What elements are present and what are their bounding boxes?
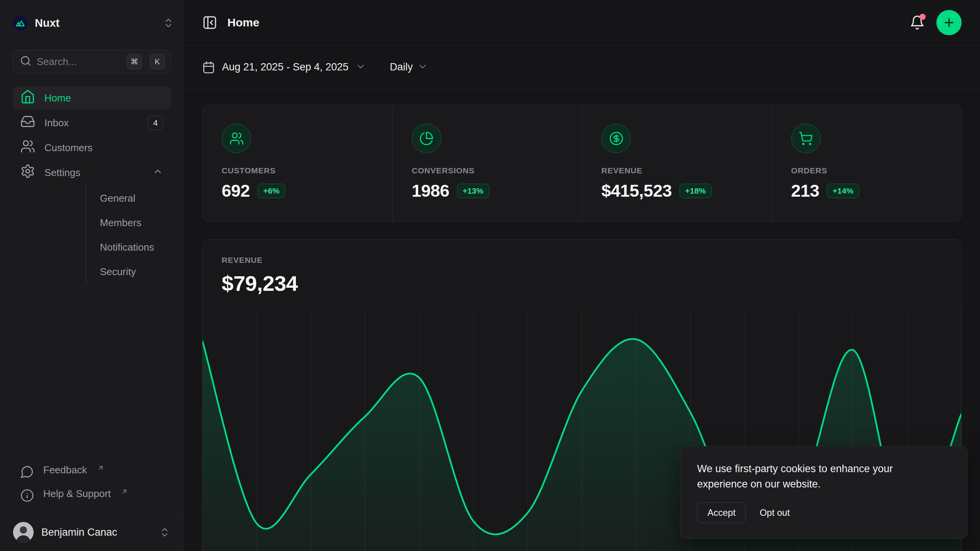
feedback-label: Feedback [43, 464, 87, 476]
stat-card-conversions[interactable]: CONVERSIONS 1986 +13% [392, 105, 582, 221]
workspace-selector[interactable]: Nuxt [13, 9, 174, 37]
stat-delta-badge: +18% [679, 184, 712, 198]
stat-label: REVENUE [601, 166, 753, 175]
stat-delta-badge: +14% [827, 184, 859, 198]
message-circle-icon [20, 464, 34, 481]
sidebar-nav: Home Inbox 4 Customers Settings [0, 86, 183, 285]
header-actions [908, 10, 962, 35]
chevrons-up-down-icon[interactable] [163, 17, 174, 29]
stat-label: CONVERSIONS [412, 166, 563, 175]
chevrons-up-down-icon [159, 527, 170, 538]
help-support-label: Help & Support [43, 488, 111, 500]
stat-card-revenue[interactable]: REVENUE $415,523 +18% [582, 105, 772, 221]
stat-card-orders[interactable]: ORDERS 213 +14% [772, 105, 962, 221]
sidebar-item-security[interactable]: Security [100, 259, 171, 284]
sidebar-item-customers[interactable]: Customers [13, 136, 171, 159]
arrow-up-right-icon [121, 486, 128, 494]
sidebar: Nuxt ⌘ K Home Inb [0, 0, 184, 551]
sidebar-collapse-icon[interactable] [202, 15, 217, 30]
stat-value: 1986 [412, 181, 449, 201]
help-support-link[interactable]: Help & Support [13, 484, 171, 508]
plus-icon [942, 16, 956, 29]
users-icon [222, 124, 251, 153]
subnav-label: Security [100, 266, 136, 278]
chevron-down-icon [417, 61, 428, 73]
sidebar-item-members[interactable]: Members [100, 210, 171, 235]
pie-chart-icon [412, 124, 441, 153]
notification-dot [920, 14, 926, 20]
cookie-message: We use first-party cookies to enhance yo… [697, 461, 923, 492]
sidebar-item-notifications[interactable]: Notifications [100, 235, 171, 259]
page-title: Home [227, 16, 259, 29]
home-icon [20, 89, 35, 107]
chevron-down-icon [355, 61, 366, 73]
filter-toolbar: Aug 21, 2025 - Sep 4, 2025 Daily [184, 45, 980, 90]
user-menu-button[interactable]: Benjamin Canac [9, 519, 174, 546]
sidebar-item-home[interactable]: Home [13, 86, 171, 109]
inbox-icon [20, 114, 35, 132]
period-value: Daily [390, 61, 413, 73]
gear-icon [20, 164, 35, 181]
period-select[interactable]: Daily [390, 61, 428, 73]
search-icon [20, 55, 31, 68]
stat-value: $415,523 [601, 181, 672, 201]
stat-card-customers[interactable]: CUSTOMERS 692 +6% [203, 105, 392, 221]
page-header: Home [184, 0, 980, 45]
cmd-key-badge: ⌘ [127, 54, 142, 69]
dollar-circle-icon [601, 124, 631, 153]
info-circle-icon [20, 488, 34, 505]
shopping-cart-icon [791, 124, 821, 153]
sidebar-item-inbox[interactable]: Inbox 4 [13, 111, 171, 134]
stat-value: 692 [222, 181, 250, 201]
k-key-badge: K [150, 54, 165, 69]
stat-label: CUSTOMERS [222, 166, 373, 175]
calendar-icon [202, 61, 215, 74]
sidebar-footer: Feedback Help & Support [0, 460, 183, 508]
sidebar-item-general[interactable]: General [100, 186, 171, 210]
accept-cookies-button[interactable]: Accept [697, 502, 746, 523]
subnav-label: Notifications [100, 241, 154, 253]
user-section: Benjamin Canac [0, 514, 183, 551]
revenue-chart-label: REVENUE [222, 256, 942, 265]
dashboard-app: Nuxt ⌘ K Home Inb [0, 0, 980, 551]
workspace-name: Nuxt [35, 17, 59, 29]
date-range-picker[interactable]: Aug 21, 2025 - Sep 4, 2025 [202, 61, 366, 74]
sidebar-item-settings[interactable]: Settings [13, 161, 171, 184]
main-area: Home Aug 21, 2025 - Sep 4, 2025 [184, 0, 980, 551]
users-icon [20, 139, 35, 156]
stat-label: ORDERS [791, 166, 942, 175]
sidebar-item-label: Settings [44, 167, 80, 179]
search-bar[interactable]: ⌘ K [13, 50, 171, 73]
arrow-up-right-icon [97, 463, 105, 470]
chevron-up-icon[interactable] [152, 166, 163, 179]
feedback-link[interactable]: Feedback [13, 460, 171, 484]
optout-cookies-button[interactable]: Opt out [760, 503, 790, 523]
nuxt-logo-icon [13, 15, 28, 31]
user-name: Benjamin Canac [41, 527, 117, 538]
sidebar-item-label: Customers [44, 142, 93, 154]
subnav-label: General [100, 192, 136, 204]
sidebar-item-label: Home [44, 92, 71, 104]
subnav-label: Members [100, 217, 141, 229]
stat-delta-badge: +13% [457, 184, 489, 198]
settings-subnav: General Members Notifications Security [86, 186, 171, 284]
search-input[interactable] [37, 56, 121, 68]
stat-value: 213 [791, 181, 820, 201]
user-avatar [13, 522, 34, 543]
cookie-banner: We use first-party cookies to enhance yo… [680, 446, 968, 539]
sidebar-item-label: Inbox [44, 117, 69, 129]
notifications-button[interactable] [908, 13, 926, 32]
add-button[interactable] [936, 10, 962, 35]
date-range-value: Aug 21, 2025 - Sep 4, 2025 [222, 61, 348, 73]
revenue-chart-value: $79,234 [222, 271, 942, 296]
inbox-count-badge: 4 [148, 116, 163, 130]
stat-delta-badge: +6% [258, 184, 286, 198]
stats-row: CUSTOMERS 692 +6% CONVERSIONS 1986 +13% [202, 105, 962, 222]
